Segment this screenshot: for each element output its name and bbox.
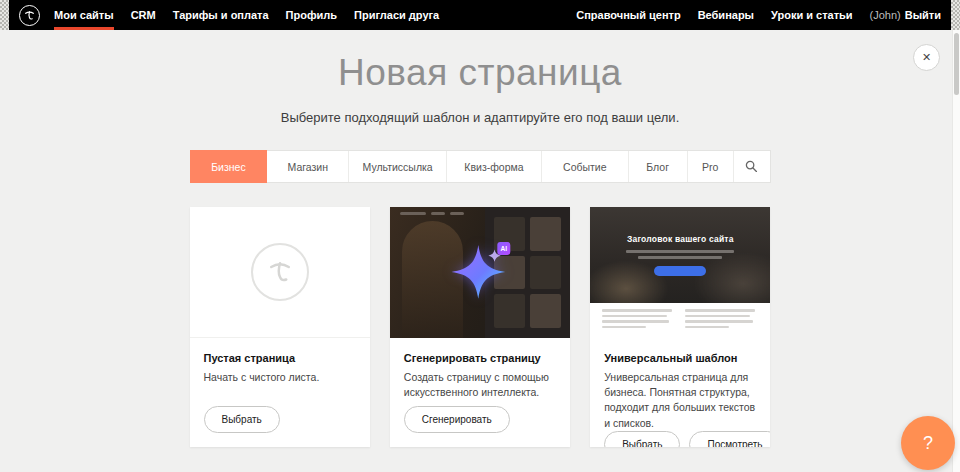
nav-item-webinars[interactable]: Вебинары [698, 0, 754, 30]
generate-button[interactable]: Сгенерировать [404, 406, 510, 433]
card-actions: Выбрать [204, 406, 356, 433]
template-preview-textline [626, 250, 734, 253]
card-blank-page: Пустая страница Начать с чистого листа. … [190, 207, 370, 447]
tab-business[interactable]: Бизнес [190, 150, 268, 183]
top-navbar: Мои сайты CRM Тарифы и оплата Профиль Пр… [9, 0, 951, 30]
logout-label: Выйти [905, 9, 941, 21]
tab-event[interactable]: Событие [542, 151, 629, 182]
choose-blank-button[interactable]: Выбрать [204, 406, 280, 433]
nav-item-logout[interactable]: (John) Выйти [870, 0, 941, 30]
nav-item-my-sites[interactable]: Мои сайты [54, 0, 114, 30]
card-body: Сгенерировать страницу Создать страницу … [390, 338, 570, 447]
ai-badge: AI [497, 241, 510, 254]
card-description: Создать страницу с помощью искусственног… [404, 370, 556, 400]
nav-item-lessons[interactable]: Уроки и статьи [771, 0, 853, 30]
ai-sparkle-icon: AI [450, 243, 506, 299]
ai-generate-thumbnail[interactable]: AI [390, 207, 570, 338]
universal-template-thumbnail[interactable]: Заголовок вашего сайта [590, 207, 770, 338]
desktop-texture-right [951, 0, 960, 30]
tab-shop[interactable]: Магазин [267, 151, 349, 182]
card-ai-generate: AI Сгенерировать страницу Создать страни… [390, 207, 570, 447]
card-description: Универсальная страница для бизнеса. Поня… [604, 370, 756, 431]
card-description: Начать с чистого листа. [204, 370, 356, 385]
scrollbar-thumb[interactable] [954, 33, 959, 95]
page-title: Новая страница [0, 52, 960, 94]
tilda-mark-icon [265, 257, 295, 287]
preview-template-button[interactable]: Посмотреть [689, 431, 770, 447]
template-category-tabs: Бизнес Магазин Мультиссылка Квиз-форма С… [190, 150, 771, 183]
tilda-logo-icon [23, 9, 36, 22]
card-body: Пустая страница Начать с чистого листа. … [190, 338, 370, 447]
template-preview-body [590, 303, 770, 338]
card-title: Универсальный шаблон [604, 352, 756, 364]
username-label: (John) [870, 9, 901, 21]
card-title: Пустая страница [204, 352, 356, 364]
tab-search[interactable] [734, 151, 770, 182]
search-icon [745, 160, 758, 173]
desktop-texture-left [0, 0, 9, 30]
tab-quiz-form[interactable]: Квиз-форма [447, 151, 542, 182]
card-body: Универсальный шаблон Универсальная стран… [590, 338, 770, 447]
scrollbar-track[interactable] [952, 30, 960, 472]
page-subtitle: Выберите подходящий шаблон и адаптируйте… [0, 110, 960, 125]
tab-blog[interactable]: Блог [629, 151, 688, 182]
nav-item-crm[interactable]: CRM [131, 0, 156, 30]
tilda-logo[interactable] [19, 5, 40, 26]
tab-multilink[interactable]: Мультиссылка [349, 151, 447, 182]
card-actions: Выбрать Посмотреть [604, 431, 756, 447]
card-title: Сгенерировать страницу [404, 352, 556, 364]
tab-pro[interactable]: Pro [688, 151, 734, 182]
card-actions: Сгенерировать [404, 406, 556, 433]
nav-item-help-center[interactable]: Справочный центр [576, 0, 680, 30]
nav-item-profile[interactable]: Профиль [286, 0, 337, 30]
nav-item-invite-friend[interactable]: Пригласи друга [354, 0, 439, 30]
template-grid: Пустая страница Начать с чистого листа. … [190, 207, 771, 472]
new-page-dialog: ✕ Новая страница Выберите подходящий шаб… [0, 30, 960, 472]
close-button[interactable]: ✕ [913, 44, 940, 71]
blank-page-thumbnail[interactable] [190, 207, 370, 338]
template-preview-cta-button [654, 266, 706, 276]
template-preview-hero: Заголовок вашего сайта [590, 207, 770, 303]
card-universal-template: Заголовок вашего сайта Универсальный шаб… [590, 207, 770, 447]
choose-template-button[interactable]: Выбрать [604, 431, 680, 447]
navbar-right-group: Справочный центр Вебинары Уроки и статьи… [559, 0, 941, 30]
template-preview-column [685, 309, 758, 332]
tilda-mark-circle [251, 243, 309, 301]
nav-item-tariffs[interactable]: Тарифы и оплата [173, 0, 269, 30]
template-preview-heading: Заголовок вашего сайта [627, 234, 734, 244]
template-preview-textline [638, 256, 722, 259]
template-preview-column [602, 309, 675, 332]
help-button[interactable]: ? [901, 416, 955, 470]
